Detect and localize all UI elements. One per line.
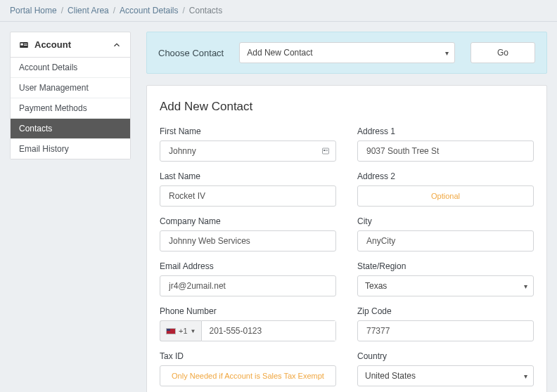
field-zip: Zip Code [357,306,534,341]
address2-input[interactable]: Optional [357,185,534,207]
field-email: Email Address [160,261,336,296]
field-phone: Phone Number +1 ▼ [160,306,336,341]
svg-rect-4 [323,148,329,154]
first-name-input[interactable] [160,141,336,162]
svg-rect-5 [324,150,326,151]
field-first-name: First Name [160,126,336,162]
country-label: Country [357,351,534,361]
field-city: City [357,216,534,251]
first-name-label: First Name [160,126,336,136]
zip-input[interactable] [357,320,534,341]
sidebar-item-contacts[interactable]: Contacts [11,118,130,138]
breadcrumb-link[interactable]: Account Details [120,6,178,15]
svg-rect-1 [20,43,23,45]
last-name-label: Last Name [160,171,336,181]
field-address1: Address 1 [357,126,534,162]
breadcrumb-sep: / [113,6,115,15]
choose-contact-bar: Choose Contact Add New Contact ▾ Go [146,32,547,74]
city-label: City [357,216,534,226]
email-input[interactable] [160,275,336,296]
phone-cc-value: +1 [179,327,188,335]
contact-card-icon [321,147,330,155]
contact-form: Add New Contact First Name Last Name [146,85,547,392]
address1-label: Address 1 [357,126,534,136]
state-select[interactable]: Texas ▾ [357,275,534,296]
address2-label: Address 2 [357,171,534,181]
company-label: Company Name [160,216,336,226]
state-label: State/Region [357,261,534,271]
phone-country-code[interactable]: +1 ▼ [160,320,201,341]
address1-input[interactable] [357,141,534,162]
choose-contact-select[interactable]: Add New Contact ▾ [239,42,455,63]
sidebar-item-user-management[interactable]: User Management [11,77,130,98]
field-company: Company Name [160,216,336,251]
breadcrumb-sep: / [61,6,63,15]
company-input[interactable] [160,230,336,251]
sidebar-item-email-history[interactable]: Email History [11,138,130,159]
chevron-up-icon [112,40,122,50]
field-state: State/Region Texas ▾ [357,261,534,296]
field-tax-id: Tax ID Only Needed if Account is Sales T… [160,351,336,386]
select-caret-icon: ▾ [524,372,527,380]
phone-label: Phone Number [160,306,336,316]
choose-contact-value: Add New Contact [247,48,312,58]
sidebar-item-account-details[interactable]: Account Details [11,58,130,77]
zip-label: Zip Code [357,306,534,316]
caret-down-icon: ▼ [191,328,196,334]
svg-rect-7 [326,151,328,152]
city-input[interactable] [357,230,534,251]
form-title: Add New Contact [160,100,534,114]
country-value: United States [365,371,416,381]
field-country: Country United States ▾ [357,351,534,386]
country-select[interactable]: United States ▾ [357,365,534,386]
svg-rect-3 [24,45,27,46]
account-sidebar-title: Account [34,39,71,50]
svg-rect-6 [326,150,328,150]
field-last-name: Last Name [160,171,336,207]
go-button[interactable]: Go [470,42,535,63]
account-sidebar: Account Account Details User Management … [10,32,131,159]
email-label: Email Address [160,261,336,271]
select-caret-icon: ▾ [524,282,527,290]
breadcrumb: Portal Home / Client Area / Account Deta… [0,0,557,22]
state-value: Texas [365,281,387,291]
account-sidebar-header[interactable]: Account [11,32,130,58]
choose-contact-label: Choose Contact [158,48,224,58]
flag-us-icon [166,328,176,334]
breadcrumb-current: Contacts [189,6,222,15]
phone-number-input[interactable] [201,320,336,341]
id-card-icon [19,40,29,50]
last-name-input[interactable] [160,185,336,207]
tax-id-input[interactable]: Only Needed if Account is Sales Tax Exem… [160,365,336,386]
breadcrumb-link[interactable]: Portal Home [10,6,57,15]
account-menu: Account Details User Management Payment … [11,58,130,159]
breadcrumb-link[interactable]: Client Area [68,6,109,15]
breadcrumb-sep: / [182,6,184,15]
select-caret-icon: ▾ [445,49,449,57]
sidebar-item-payment-methods[interactable]: Payment Methods [11,98,130,118]
tax-id-label: Tax ID [160,351,336,361]
svg-rect-2 [24,44,27,44]
field-address2: Address 2 Optional [357,171,534,207]
